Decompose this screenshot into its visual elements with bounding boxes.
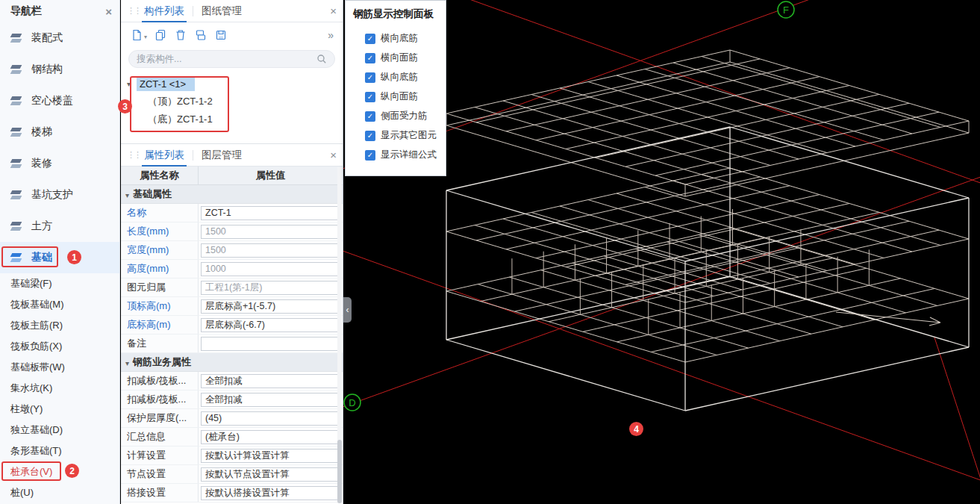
tab-drawing-management[interactable]: 图纸管理 [199,0,244,22]
property-panel: 属性列表 图层管理 属性名称 属性值 基础属性 名称ZCT-1 长度(mm)15… [121,144,343,504]
tab-layer-management[interactable]: 图层管理 [199,144,244,167]
tree-item-bottom[interactable]: （底）ZCT-1-1 [121,111,343,128]
value-field[interactable]: 全部扣减 [201,374,340,388]
checkbox-checked-icon[interactable] [365,72,375,83]
tree-item-label-selected: ZCT-1 <1> [137,77,195,91]
sidebar-item-strip-foundation[interactable]: 条形基础(T) [0,441,119,461]
sidebar-item-column-pier[interactable]: 柱墩(Y) [0,399,119,420]
rebar-option-transverse-top[interactable]: 横向面筋 [365,52,446,64]
rebar-option-show-detail-formula[interactable]: 显示详细公式 [365,149,446,161]
sidebar-item-prefab[interactable]: 装配式 [0,22,119,54]
tree-item-root[interactable]: ZCT-1 <1> [121,75,343,93]
property-row-lap-settings: 搭接设置按默认搭接设置计算 [121,484,343,503]
rebar-option-longitudinal-top[interactable]: 纵向面筋 [365,90,446,103]
rebar-option-show-other-elements[interactable]: 显示其它图元 [365,129,446,142]
sidebar-item-raft-negative-rebar[interactable]: 筏板负筋(X) [0,336,119,357]
hollow-floor-icon [9,95,24,108]
sidebar-item-hollow-floor[interactable]: 空心楼盖 [0,85,119,116]
save-archive-button[interactable] [214,28,228,42]
column-header-name: 属性名称 [121,167,199,184]
drag-handle-icon[interactable] [127,150,136,160]
property-row-top-elevation: 顶标高(m)层底标高+1(-5.7) [121,297,343,316]
property-tabbar: 属性列表 图层管理 [121,144,343,167]
decoration-icon [9,158,24,170]
rebar-panel-title: 钢筋显示控制面板 [346,1,446,21]
tree-expand-caret-icon[interactable] [127,80,137,88]
property-row-remark: 备注 [121,335,343,353]
sidebar-item-pile[interactable]: 桩(U) [0,482,119,503]
chevron-down-icon [144,28,147,42]
property-row-node-settings: 节点设置按默认节点设置计算 [121,465,343,484]
value-field[interactable]: 层底标高(-6.7) [201,318,340,332]
sidebar-item-pile-cap[interactable]: 桩承台(V) [0,461,119,482]
sidebar-item-independent-foundation[interactable]: 独立基础(D) [0,420,119,441]
close-icon[interactable] [330,149,337,161]
steel-structure-icon [9,63,24,76]
navigation-panel: 导航栏 装配式 钢结构 空心楼盖 楼梯 装修 基坑支护 土方 基础 基础梁(F)… [0,0,120,504]
rebar-option-longitudinal-bottom[interactable]: 纵向底筋 [365,71,446,84]
close-icon[interactable] [330,5,337,16]
rebar-option-side-bars[interactable]: 侧面受力筋 [365,110,446,122]
more-tools-button[interactable] [328,29,334,41]
sidebar-item-decoration[interactable]: 装修 [0,148,119,179]
trash-icon [174,28,187,42]
rebar-display-panel: 钢筋显示控制面板 横向底筋 横向面筋 纵向底筋 纵向面筋 侧面受力筋 显示其它图… [345,0,446,176]
copy-component-button[interactable] [154,28,167,42]
checkbox-checked-icon[interactable] [365,92,375,102]
copy-between-layers-button[interactable] [194,28,207,42]
value-field[interactable]: 按默认搭接设置计算 [201,486,340,500]
close-icon[interactable] [105,6,112,17]
tab-property-list[interactable]: 属性列表 [142,144,187,167]
sidebar-item-earthwork[interactable]: 土方 [0,211,119,242]
property-row-name: 名称ZCT-1 [121,204,343,223]
tree-item-top[interactable]: （顶）ZCT-1-2 [121,93,343,111]
delete-component-button[interactable] [174,28,187,42]
component-search-box[interactable] [128,50,335,68]
application-window: 导航栏 装配式 钢结构 空心楼盖 楼梯 装修 基坑支护 土方 基础 基础梁(F)… [0,0,980,504]
property-row-length: 长度(mm)1500 [121,223,343,241]
sidebar-item-foundation-beam[interactable]: 基础梁(F) [0,273,119,294]
value-field[interactable]: 1500 [201,225,340,239]
new-component-button[interactable] [130,28,147,42]
sidebar-item-stairs[interactable]: 楼梯 [0,116,119,148]
property-section-basic[interactable]: 基础属性 [121,185,343,204]
checkbox-checked-icon[interactable] [365,150,375,161]
sidebar-item-pit-support[interactable]: 基坑支护 [0,179,119,211]
value-field[interactable]: (45) [201,411,340,426]
value-field[interactable] [201,337,340,351]
checkbox-checked-icon[interactable] [365,34,375,44]
sidebar-item-raft-foundation[interactable]: 筏板基础(M) [0,294,119,315]
value-field[interactable]: 全部扣减 [201,393,340,407]
tab-component-list[interactable]: 构件列表 [142,0,187,22]
search-icon[interactable] [316,54,327,64]
sidebar-item-sump-pit[interactable]: 集水坑(K) [0,378,119,399]
sidebar-item-raft-main-rebar[interactable]: 筏板主筋(R) [0,315,119,336]
search-input[interactable] [137,54,316,64]
checkbox-checked-icon[interactable] [365,131,375,141]
sidebar-item-steel-structure[interactable]: 钢结构 [0,54,119,85]
step-badge-4: 4 [629,422,643,436]
value-field[interactable]: 按默认节点设置计算 [201,467,340,482]
value-field[interactable]: 层底标高+1(-5.7) [201,299,340,314]
property-section-rebar[interactable]: 钢筋业务属性 [121,353,343,372]
sidebar-item-foundation[interactable]: 基础 [0,242,119,273]
value-field[interactable]: 1500 [201,243,340,258]
grid-axis-label-d: D [349,397,355,408]
checkbox-checked-icon[interactable] [365,53,375,63]
value-field[interactable]: 工程1(第-1层) [201,281,340,295]
value-field[interactable]: ZCT-1 [201,206,340,220]
rebar-option-transverse-bottom[interactable]: 横向底筋 [365,32,446,45]
property-table-header: 属性名称 属性值 [121,167,343,185]
save-icon [214,28,228,42]
drag-handle-icon[interactable] [127,6,136,16]
checkbox-checked-icon[interactable] [365,111,375,122]
component-tabbar: 构件列表 图纸管理 [121,0,343,22]
panel-collapse-handle[interactable] [343,297,352,323]
sidebar-item-foundation-slab-band[interactable]: 基础板带(W) [0,357,119,378]
scrollbar-thumb[interactable] [337,440,342,503]
property-row-height: 高度(mm)1000 [121,260,343,279]
pit-support-icon [9,189,24,202]
value-field[interactable]: (桩承台) [201,430,340,444]
value-field[interactable]: 按默认计算设置计算 [201,449,340,463]
value-field[interactable]: 1000 [201,262,340,276]
